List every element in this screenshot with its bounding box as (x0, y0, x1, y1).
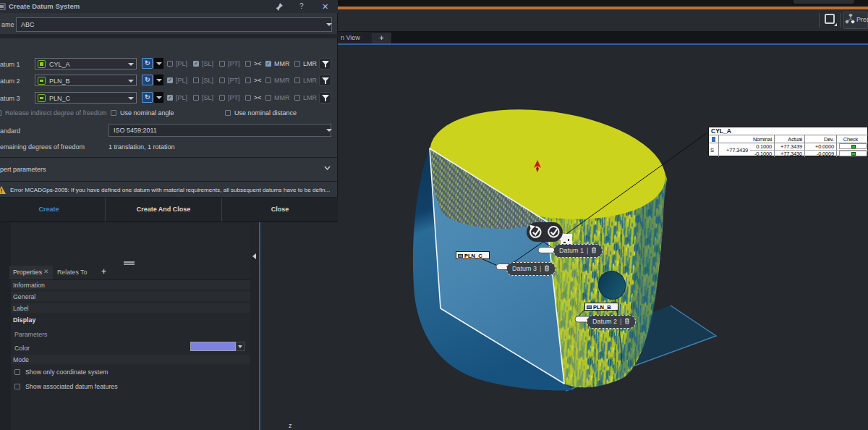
svg-text:z: z (289, 422, 292, 429)
